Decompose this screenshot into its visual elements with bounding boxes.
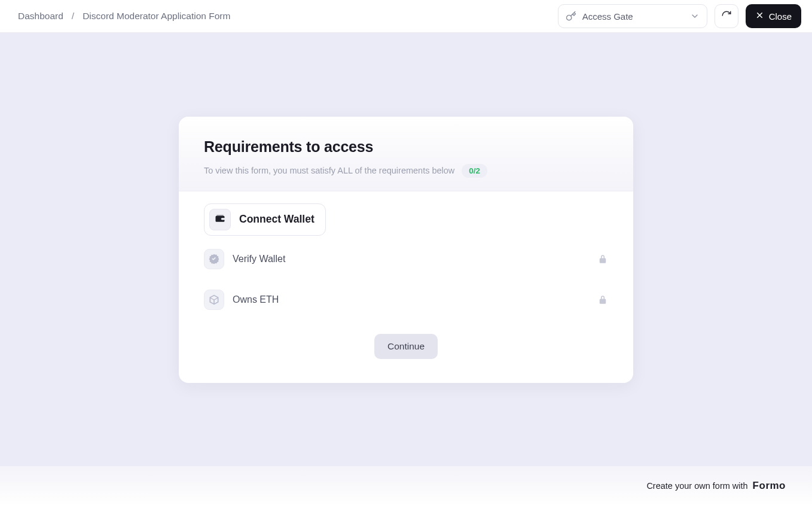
access-gate-select[interactable]: Access Gate [558,4,707,28]
chevron-down-icon [690,11,700,21]
verify-icon [204,249,224,269]
progress-badge: 0/2 [462,164,487,178]
refresh-button[interactable] [715,4,738,28]
cube-icon [204,290,224,310]
svg-point-2 [222,218,223,220]
breadcrumb-dashboard[interactable]: Dashboard [18,11,63,22]
access-gate-label: Access Gate [582,11,633,22]
wallet-icon [214,212,226,227]
lock-icon [597,254,608,264]
connect-wallet-label: Connect Wallet [239,213,315,226]
key-icon [566,11,576,22]
connect-wallet-button[interactable]: Connect Wallet [204,203,326,236]
requirements-card: Requirements to access To view this form… [179,117,633,383]
requirement-label: Owns ETH [233,294,279,305]
footer-text: Create your own form with [646,481,747,491]
card-title: Requirements to access [204,138,608,156]
requirement-row: Verify Wallet [204,242,608,276]
topbar: Dashboard / Discord Moderator Applicatio… [0,0,812,33]
card-body: Connect Wallet Verify Wallet [179,191,633,383]
continue-button[interactable]: Continue [374,334,438,359]
breadcrumb: Dashboard / Discord Moderator Applicatio… [18,11,230,22]
topbar-actions: Access Gate Close [558,4,801,28]
close-icon [755,11,764,22]
card-header: Requirements to access To view this form… [179,117,633,191]
close-button[interactable]: Close [746,4,801,28]
breadcrumb-separator: / [72,11,74,22]
refresh-icon [721,10,732,23]
canvas: Requirements to access To view this form… [0,33,812,466]
card-subtitle: To view this form, you must satisfy ALL … [204,166,454,175]
requirement-label: Verify Wallet [233,254,285,264]
lock-icon [597,294,608,305]
footer: Create your own form with Formo [0,466,812,505]
breadcrumb-current: Discord Moderator Application Form [83,11,230,22]
footer-brand[interactable]: Formo [753,480,786,492]
requirement-row: Owns ETH [204,282,608,317]
close-label: Close [769,11,792,22]
